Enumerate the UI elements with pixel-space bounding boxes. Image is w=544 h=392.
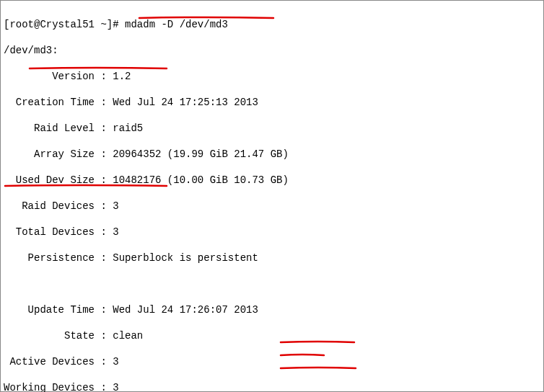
label: Array Size : [4, 148, 113, 160]
value: Wed Jul 24 17:25:13 2013 [113, 97, 258, 108]
field-state: State : clean [4, 329, 540, 342]
field-creation-time: Creation Time : Wed Jul 24 17:25:13 2013 [4, 96, 540, 109]
prompt-line-1[interactable]: [root@Crystal51 ~]# mdadm -D /dev/md3 [4, 18, 540, 31]
label: Raid Level : [4, 122, 113, 134]
label: Version : [4, 71, 113, 82]
label: Working Devices : [4, 382, 113, 392]
field-update-time: Update Time : Wed Jul 24 17:26:07 2013 [4, 303, 540, 316]
field-array-size: Array Size : 20964352 (19.99 GiB 21.47 G… [4, 148, 540, 161]
shell-prompt: [root@Crystal51 ~]# [4, 19, 125, 30]
value: Wed Jul 24 17:26:07 2013 [113, 304, 258, 316]
label: Persistence : [4, 252, 113, 264]
label: Update Time : [4, 304, 113, 316]
label: Creation Time : [4, 97, 113, 108]
value: Superblock is persistent [113, 252, 258, 264]
field-used-dev-size: Used Dev Size : 10482176 (10.00 GiB 10.7… [4, 174, 540, 187]
field-raid-level: Raid Level : raid5 [4, 122, 540, 135]
label: Raid Devices : [4, 200, 113, 212]
field-active-devices: Active Devices : 3 [4, 355, 540, 368]
label: Total Devices : [4, 226, 113, 238]
label: Active Devices : [4, 356, 113, 368]
value: 1.2 [113, 71, 131, 82]
label: Used Dev Size : [4, 174, 113, 186]
value: 3 [113, 356, 118, 368]
terminal-output: [root@Crystal51 ~]# mdadm -D /dev/md3 /d… [0, 0, 544, 392]
value: clean [113, 330, 143, 342]
label: State : [4, 330, 113, 342]
field-persistence: Persistence : Superblock is persistent [4, 251, 540, 264]
blank-line [4, 277, 540, 290]
value: raid5 [113, 122, 143, 134]
field-working-devices: Working Devices : 3 [4, 381, 540, 392]
value: 3 [113, 226, 118, 238]
command-text: mdadm -D /dev/md3 [125, 19, 228, 30]
value: 20964352 (19.99 GiB 21.47 GB) [113, 148, 289, 160]
value: 3 [113, 382, 118, 392]
value: 3 [113, 200, 118, 212]
device-header: /dev/md3: [4, 44, 540, 57]
field-raid-devices: Raid Devices : 3 [4, 200, 540, 213]
value: 10482176 (10.00 GiB 10.73 GB) [113, 174, 289, 186]
field-total-devices: Total Devices : 3 [4, 226, 540, 239]
field-version: Version : 1.2 [4, 70, 540, 83]
